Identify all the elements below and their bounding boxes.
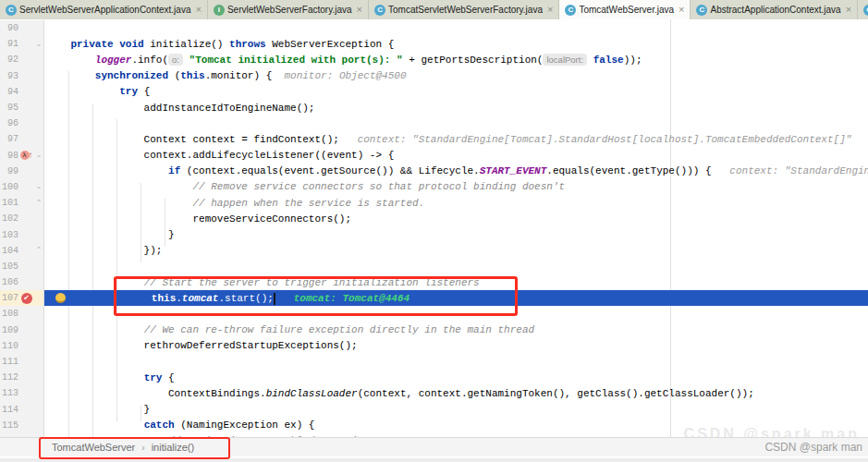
debugger-inline-hint: context: "StandardEngine[Tomcat].Standar… [729, 165, 868, 176]
code-text: WebServerException { [266, 39, 395, 50]
code-line-93[interactable]: 93 synchronized (this.monitor) { monitor… [0, 68, 868, 84]
keyword-token: throws [229, 39, 266, 50]
line-number: 112 [0, 372, 18, 383]
breadcrumb-separator-icon: › [141, 443, 144, 453]
code-line-95[interactable]: 95 addInstanceIdToEngineName(); [0, 100, 868, 116]
gutter: 107✔ [0, 290, 44, 306]
code-text: { [162, 372, 174, 383]
breadcrumb-class[interactable]: TomcatWebServer [52, 442, 135, 453]
code-line-94[interactable]: 94 try { [0, 84, 868, 100]
code-line-114[interactable]: 114 } [0, 402, 868, 418]
navigate-up-icon[interactable]: ↑ [29, 151, 33, 160]
code-line-96[interactable]: 96 [0, 116, 868, 131]
gutter: 98λ↑⌄ [0, 148, 44, 164]
code-content: // happen when the service is started. [44, 195, 868, 211]
code-content: private void initialize() throws WebServ… [44, 36, 868, 52]
gutter: 95 [0, 100, 44, 116]
code-text: initialize() [144, 39, 229, 50]
tab-tomcatstarter[interactable]: CTomcatStarter.java× [858, 0, 868, 19]
code-text [72, 293, 152, 304]
line-number: 108 [0, 309, 18, 319]
code-content: ContextBindings.bindClassLoader(context,… [44, 385, 868, 401]
keyword-token: void [119, 39, 143, 50]
tab-servletwebserverfactory[interactable]: IServletWebServerFactory.java× [208, 0, 369, 19]
static-field-token: START_EVENT [480, 165, 547, 176]
code-text: { [138, 86, 150, 97]
fold-marker-icon[interactable]: ⌃ [34, 200, 43, 207]
breadcrumb-method[interactable]: initialize() [152, 442, 194, 453]
code-editor[interactable]: 9091⌄ private void initialize() throws W… [0, 19, 868, 458]
gutter: 108 [0, 306, 44, 322]
tab-label: AbstractApplicationContext.java [710, 5, 840, 15]
tab-abstractapplicationcontext[interactable]: CAbstractApplicationContext.java× [691, 0, 858, 19]
parameter-hint-chip[interactable]: localPort: [543, 54, 587, 66]
code-text [114, 39, 120, 50]
close-tab-icon[interactable]: × [846, 5, 851, 15]
line-number: 95 [0, 103, 18, 113]
line-number: 92 [0, 55, 18, 65]
code-text: .start(); [218, 293, 273, 304]
tab-servletwebserverapplicationcontext[interactable]: CServletWebServerApplicationContext.java… [0, 0, 208, 19]
code-line-111[interactable]: 111 [0, 354, 868, 370]
code-line-112[interactable]: 112 try { [0, 370, 868, 385]
gutter: 93 [0, 68, 44, 84]
comment-token: // Start the server to trigger initializ… [144, 277, 480, 288]
code-line-97[interactable]: 97 Context context = findContext(); cont… [0, 131, 868, 147]
tab-tomcatservletwebserverfactory[interactable]: CTomcatServletWebServerFactory.java× [369, 0, 559, 19]
close-tab-icon[interactable]: × [195, 5, 201, 15]
tab-tomcatwebserver[interactable]: CTomcatWebServer.java× [559, 0, 691, 19]
code-line-99[interactable]: 99 if (context.equals(event.getSource())… [0, 164, 868, 179]
code-content [44, 20, 868, 36]
code-text: .equals(event.getType())) { [546, 165, 729, 176]
class-file-icon: C [374, 5, 385, 16]
line-number: 102 [0, 213, 18, 224]
close-tab-icon[interactable]: × [547, 5, 553, 15]
code-text [46, 165, 168, 176]
line-number: 107 [0, 293, 18, 303]
code-text [46, 70, 95, 81]
gutter: 114 [0, 402, 44, 418]
code-line-113[interactable]: 113 ContextBindings.bindClassLoader(cont… [0, 385, 868, 401]
code-line-98[interactable]: 98λ↑⌄ context.addLifecycleListener((even… [0, 148, 868, 164]
code-text: } [46, 404, 150, 415]
fold-marker-icon[interactable]: ⌄ [34, 152, 43, 159]
breakpoint-icon[interactable]: ✔ [21, 293, 32, 304]
code-line-109[interactable]: 109 // We can re-throw failure exception… [0, 322, 868, 338]
close-tab-icon[interactable]: × [357, 5, 362, 15]
keyword-token: try [119, 86, 138, 97]
code-line-91[interactable]: 91⌄ private void initialize() throws Web… [0, 36, 868, 52]
code-text: . [176, 293, 182, 304]
code-text [587, 55, 593, 66]
comment-token: // Remove service connectors so that pro… [192, 181, 565, 192]
code-line-102[interactable]: 102 removeServiceConnectors(); [0, 211, 868, 226]
code-content: } [44, 226, 868, 242]
code-text: context.addLifecycleListener((event) -> … [46, 150, 394, 161]
close-tab-icon[interactable]: × [679, 5, 684, 15]
code-line-105[interactable]: 105 [0, 259, 868, 274]
code-line-100[interactable]: 100⌄ // Remove service connectors so tha… [0, 179, 868, 195]
gutter: 94 [0, 84, 44, 100]
code-line-103[interactable]: 103 } [0, 226, 868, 242]
code-line-101[interactable]: 101⌃ // happen when the service is start… [0, 195, 868, 211]
code-line-107[interactable]: 107✔ this.tomcat.start(); tomcat: Tomcat… [0, 290, 868, 306]
code-line-110[interactable]: 110 rethrowDeferredStartupExceptions(); [0, 338, 868, 354]
code-line-92[interactable]: 92 logger.info(o: "Tomcat initialized wi… [0, 52, 868, 67]
code-text: removeServiceConnectors(); [46, 213, 351, 225]
code-line-104[interactable]: 104⌃ }); [0, 243, 868, 259]
code-line-108[interactable]: 108 [0, 306, 868, 322]
code-line-106[interactable]: 106 // Start the server to trigger initi… [0, 274, 868, 290]
gutter: 104⌃ [0, 243, 44, 259]
intention-bulb-icon[interactable] [55, 293, 66, 303]
parameter-hint-chip[interactable]: o: [168, 54, 183, 66]
gutter: 105 [0, 259, 44, 274]
fold-marker-icon[interactable]: ⌄ [34, 41, 43, 48]
fold-marker-icon[interactable]: ⌃ [34, 247, 43, 254]
breadcrumb: TomcatWebServer › initialize() [0, 442, 194, 453]
line-number: 90 [0, 23, 18, 33]
gutter: 106 [0, 274, 44, 290]
code-text [46, 181, 192, 192]
code-line-90[interactable]: 90 [0, 20, 868, 36]
line-number: 105 [0, 261, 18, 272]
line-number: 109 [0, 325, 18, 335]
fold-marker-icon[interactable]: ⌄ [34, 183, 43, 190]
